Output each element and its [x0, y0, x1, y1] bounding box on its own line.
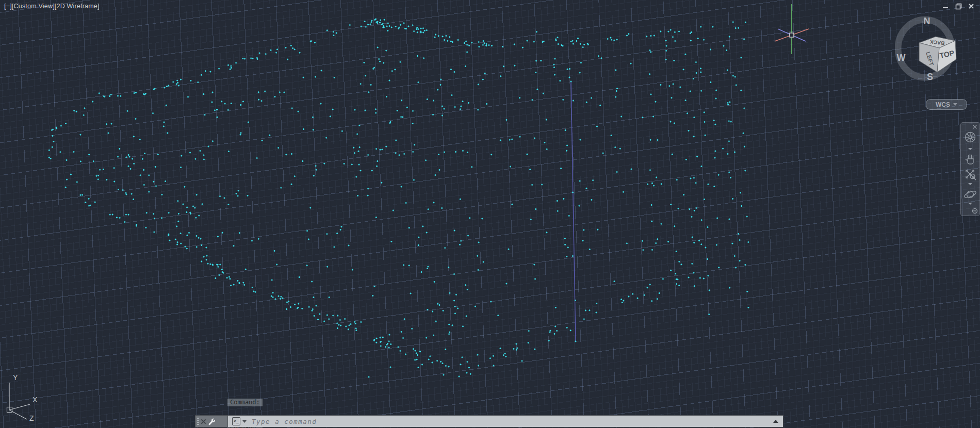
- ucs-dropdown-label: WCS: [936, 101, 950, 108]
- zoom-extents-icon[interactable]: [966, 170, 976, 180]
- viewcube-compass-south[interactable]: S: [927, 72, 933, 82]
- viewport-visual-style-control[interactable]: [2D Wireframe]: [55, 3, 100, 10]
- drag-grip[interactable]: [197, 418, 199, 425]
- steering-wheel-icon[interactable]: [966, 133, 975, 142]
- customize-button[interactable]: [208, 418, 216, 425]
- point-cloud[interactable]: [0, 0, 980, 428]
- viewcube-compass-west[interactable]: W: [897, 53, 906, 63]
- viewport-minimize-control[interactable]: [−]: [4, 3, 12, 10]
- autocad-drawing-area: [−][Custom View][2D Wireframe] N W S BAC…: [0, 0, 980, 428]
- chevron-down-icon[interactable]: [968, 203, 972, 205]
- chevron-down-icon[interactable]: [968, 148, 972, 150]
- ucs-dropdown[interactable]: WCS: [926, 99, 967, 110]
- viewport-controls: [−][Custom View][2D Wireframe]: [4, 3, 100, 10]
- restore-icon: [955, 3, 962, 10]
- close-icon: [201, 419, 206, 424]
- point-cloud-points[interactable]: [48, 19, 749, 378]
- expand-history-button[interactable]: [773, 420, 778, 423]
- minimize-icon: [942, 3, 949, 9]
- viewcube[interactable]: N W S BACK LEFT TOP: [895, 7, 977, 87]
- command-close-button[interactable]: [201, 419, 206, 424]
- command-prompt-icon: >_: [232, 417, 240, 425]
- close-button[interactable]: [967, 2, 976, 10]
- navbar-close-icon[interactable]: [973, 125, 976, 128]
- viewport-view-control[interactable]: [Custom View]: [12, 3, 55, 10]
- construction-line[interactable]: [571, 81, 576, 341]
- minimize-button[interactable]: [941, 2, 950, 10]
- navbar-menu-icon[interactable]: [973, 209, 977, 213]
- command-input[interactable]: [251, 417, 773, 426]
- navigation-bar: [960, 122, 980, 216]
- command-line-tools: [195, 416, 228, 427]
- viewcube-compass-north[interactable]: N: [924, 16, 930, 26]
- chevron-down-icon: [953, 103, 957, 106]
- command-history-line: Command:: [227, 399, 263, 406]
- wrench-icon: [208, 418, 216, 425]
- restore-button[interactable]: [954, 2, 963, 10]
- recent-commands-dropdown[interactable]: [242, 420, 247, 423]
- pan-hand-icon[interactable]: [966, 155, 973, 164]
- chevron-down-icon[interactable]: [968, 183, 972, 185]
- close-icon: [968, 3, 974, 9]
- orbit-icon[interactable]: [963, 190, 977, 199]
- window-controls: [941, 2, 976, 10]
- command-line-bar: >_: [195, 415, 783, 427]
